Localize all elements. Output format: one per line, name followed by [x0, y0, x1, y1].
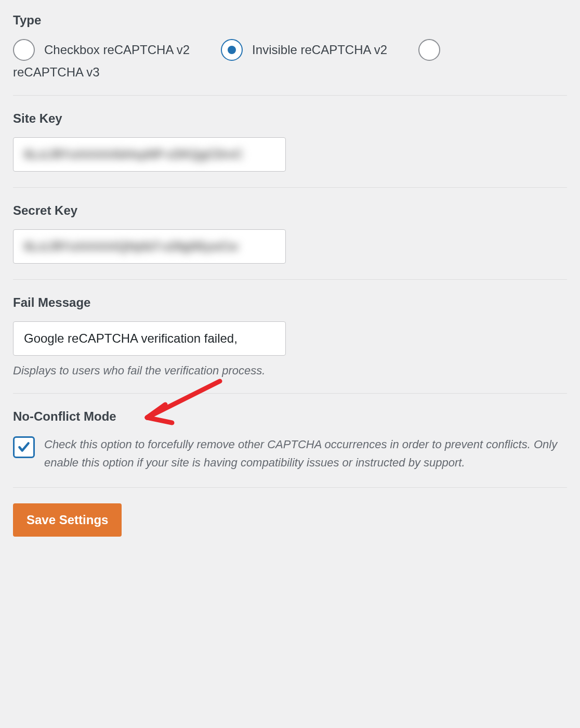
radio-label: Checkbox reCAPTCHA v2 — [44, 43, 190, 57]
secret-key-input[interactable]: 6LcLf8YsAAAAAQHpfaT-o29gN5ywCw — [13, 229, 286, 264]
site-key-label: Site Key — [13, 111, 567, 126]
type-radio-group: Checkbox reCAPTCHA v2 Invisible reCAPTCH… — [13, 39, 567, 80]
radio-label-v3: reCAPTCHA v3 — [13, 65, 567, 80]
site-key-value: 6LcLf8YsAAAAAbHxpNP-cDKQgCDrvC — [24, 147, 243, 162]
radio-icon — [13, 39, 35, 61]
radio-dot-icon — [228, 46, 236, 54]
type-label: Type — [13, 13, 567, 28]
site-key-input[interactable]: 6LcLf8YsAAAAAbHxpNP-cDKQgCDrvC — [13, 137, 286, 172]
radio-icon — [418, 39, 440, 61]
radio-label: Invisible reCAPTCHA v2 — [252, 43, 387, 57]
save-settings-button[interactable]: Save Settings — [13, 503, 122, 537]
site-key-section: Site Key 6LcLf8YsAAAAAbHxpNP-cDKQgCDrvC — [13, 111, 567, 188]
radio-icon-selected — [221, 39, 243, 61]
fail-message-input[interactable] — [13, 321, 286, 356]
secret-key-label: Secret Key — [13, 203, 567, 218]
fail-message-label: Fail Message — [13, 295, 567, 310]
secret-key-value: 6LcLf8YsAAAAAQHpfaT-o29gN5ywCw — [24, 239, 238, 254]
no-conflict-checkbox-row: Check this option to forcefully remove o… — [13, 435, 567, 472]
radio-option-invisible-v2[interactable]: Invisible reCAPTCHA v2 — [221, 39, 387, 61]
no-conflict-checkbox[interactable] — [13, 436, 35, 458]
radio-option-checkbox-v2[interactable]: Checkbox reCAPTCHA v2 — [13, 39, 190, 61]
fail-message-section: Fail Message Displays to users who fail … — [13, 295, 567, 394]
checkmark-icon — [17, 440, 31, 454]
type-section: Type Checkbox reCAPTCHA v2 Invisible reC… — [13, 13, 567, 96]
no-conflict-label: No-Conflict Mode — [13, 409, 116, 424]
fail-message-helper: Displays to users who fail the verificat… — [13, 364, 567, 378]
secret-key-section: Secret Key 6LcLf8YsAAAAAQHpfaT-o29gN5ywC… — [13, 203, 567, 280]
no-conflict-description: Check this option to forcefully remove o… — [44, 435, 567, 472]
radio-option-v3[interactable] — [418, 39, 450, 61]
no-conflict-section: No-Conflict Mode Check this option to fo… — [13, 409, 567, 488]
